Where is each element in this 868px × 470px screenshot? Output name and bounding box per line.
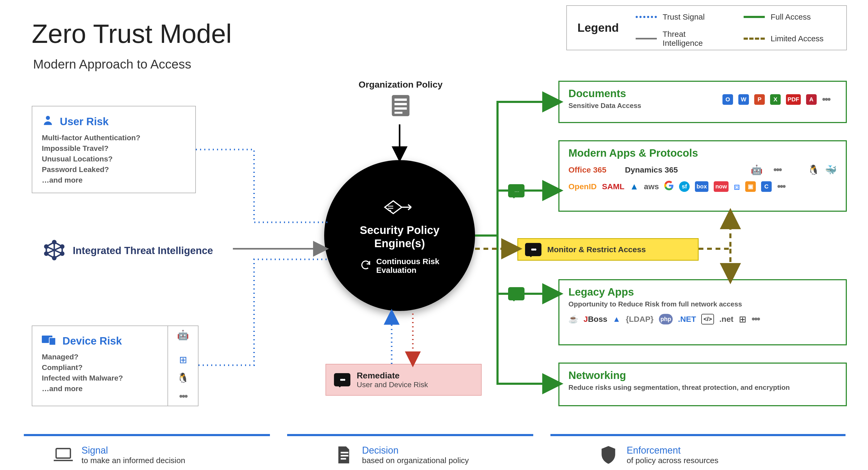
legend-label: Full Access [771,12,811,22]
legend-full-access: Full Access [744,8,836,26]
legacy-apps-box: Legacy Apps Opportunity to Reduce Risk f… [558,279,847,345]
user-risk-box: User Risk Multi-factor Authentication? I… [32,106,196,193]
user-icon [42,114,54,129]
user-risk-title: User Risk [60,116,109,128]
legend-label: Threat Intelligence [663,30,728,48]
device-platforms-column: 🤖 ⊞ 🐧 ••• [167,326,198,406]
org-policy: Organization Policy [359,80,442,117]
html-icon: </> [701,314,714,324]
speech-bubble-icon: ••• [525,243,541,256]
ldap-label: {LDAP} [626,315,654,324]
dropbox-icon: ⧈ [734,181,740,192]
speech-bubble-icon: ••• [334,373,350,386]
azure-icon: ▲ [630,181,639,192]
zero-trust-diagram: Zero Trust Model Modern Approach to Acce… [0,0,868,470]
solid-green-line-icon [744,16,765,18]
svg-rect-10 [394,98,407,101]
powerpoint-icon: P [754,94,765,105]
legend-threat-intel: Threat Intelligence [636,30,728,48]
excel-icon: X [770,94,781,105]
windows-icon: ⊞ [179,354,187,366]
monitor-label: Monitor & Restrict Access [547,245,646,254]
device-risk-title: Device Risk [62,335,122,347]
device-risk-item: Managed? [42,353,158,361]
outlook-icon: O [722,94,733,105]
app-icon: C [761,181,772,192]
linux-icon: 🐧 [177,372,189,383]
svg-rect-13 [394,112,402,114]
docker-icon: 🐳 [825,164,837,176]
org-policy-label: Organization Policy [359,80,442,90]
dotted-blue-line-icon [636,16,657,18]
user-risk-item: Password Leaked? [42,165,186,174]
routing-icon [382,197,417,219]
remediate-sub: User and Device Risk [357,381,428,389]
footer-separator [551,434,845,436]
more-icon: ••• [179,390,187,402]
dynamics365-label: Dynamics 365 [625,165,678,175]
solid-gray-line-icon [636,38,657,39]
msnet-icon: .net [719,315,733,324]
networking-box: Networking Reduce risks using segmentati… [558,363,847,406]
laptop-icon [53,445,73,465]
engine-title: Security Policy Engine(s) [360,224,439,250]
speech-bubble-icon: ••• [508,287,525,301]
dashed-olive-line-icon [744,38,765,40]
app-icon: ▲ [613,315,621,324]
threat-intel-row: Integrated Threat Intelligence [44,240,213,262]
networking-sub: Reduce risks using segmentation, threat … [568,383,837,391]
documents-icons: O W P X PDF A ••• [722,93,830,105]
engine-sub-label: Continuous Risk Evaluation [376,257,439,275]
aws-icon: aws [644,182,659,191]
document-icon [334,445,354,465]
security-policy-engine: Security Policy Engine(s) Continuous Ris… [324,160,475,311]
svg-point-0 [46,116,50,120]
linux-icon: 🐧 [808,164,819,176]
salesforce-icon: sf [679,181,690,192]
speech-bubble-icon: ••• [508,184,525,197]
footer-enforcement-title: Enforcement [627,445,718,456]
page-subtitle: Modern Approach to Access [33,57,191,71]
office365-label: Office 365 [568,165,606,175]
java-icon: ☕ [568,314,578,324]
engine-title-line2: Engine(s) [374,237,425,250]
threat-intel-label: Integrated Threat Intelligence [73,245,213,256]
footer-enforcement-sub: of policy across resources [627,456,718,465]
device-risk-item: Infected with Malware? [42,374,158,382]
cycle-icon [360,259,372,272]
user-risk-item: …and more [42,176,186,184]
footer-decision-title: Decision [362,445,469,456]
footer-separator [24,434,270,436]
more-icon: ••• [751,313,760,325]
php-icon: php [659,314,673,324]
footer-decision: Decision based on organizational policy [334,445,469,465]
legend-trust-signal: Trust Signal [636,8,728,26]
user-risk-item: Unusual Locations? [42,155,186,163]
legacy-apps-sub: Opportunity to Reduce Risk from full net… [568,300,837,308]
device-risk-item: …and more [42,384,158,393]
footer-signal-title: Signal [82,445,185,456]
modern-apps-title: Modern Apps & Protocols [568,147,837,159]
footer-signal: Signal to make an informed decision [53,445,185,465]
android-icon: 🤖 [751,164,763,176]
engine-title-line1: Security Policy [360,224,439,236]
jboss-icon: JBoss [584,315,607,324]
user-risk-item: Multi-factor Authentication? [42,134,186,142]
android-icon: 🤖 [177,330,189,341]
documents-box: Documents Sensitive Data Access O W P X … [558,81,847,123]
svg-rect-11 [394,103,407,105]
more-icon: ••• [777,181,785,192]
legacy-apps-title: Legacy Apps [568,286,837,298]
document-icon [392,113,410,117]
word-icon: W [738,94,749,105]
pdf-icon: PDF [786,94,801,105]
svg-rect-17 [341,458,346,460]
legend-label: Limited Access [771,34,824,43]
footer-enforcement: Enforcement of policy across resources [598,445,718,465]
footer-separator [287,434,533,436]
modern-apps-box: Modern Apps & Protocols Office 365 Dynam… [558,140,847,212]
device-risk-box: Device Risk Managed? Compliant? Infected… [32,325,198,406]
access-icon: A [806,94,817,105]
shield-icon [598,445,619,465]
servicenow-icon: now [714,181,728,192]
